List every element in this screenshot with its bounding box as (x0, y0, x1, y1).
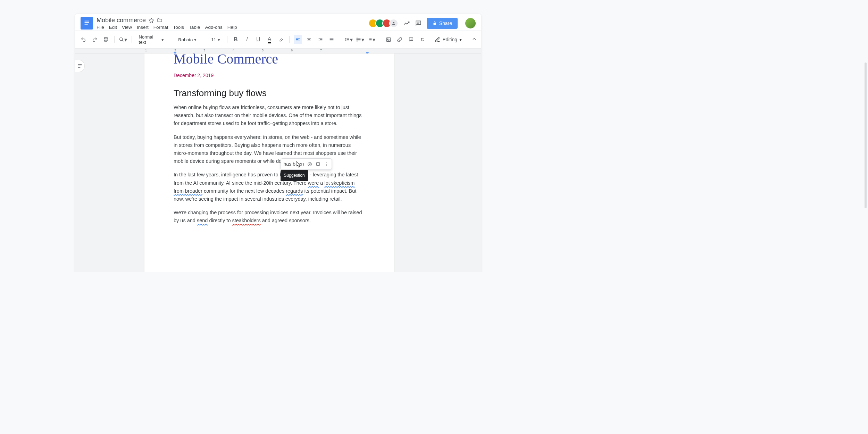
suggestion-popup: has be̤en (281, 158, 332, 169)
align-justify-button[interactable] (327, 35, 336, 44)
grammar-underline[interactable]: send (197, 218, 208, 223)
underline-button[interactable]: U (254, 35, 262, 44)
svg-rect-7 (433, 23, 436, 25)
svg-rect-1 (85, 22, 89, 23)
menu-help[interactable]: Help (227, 25, 237, 30)
svg-rect-38 (386, 38, 391, 42)
text-color-button[interactable]: A (265, 35, 274, 44)
svg-point-30 (357, 39, 357, 40)
formatting-toolbar: ▾ Normal text▾ Roboto▾ 11▾ B I U A ▾ ▾ ▾… (75, 31, 481, 49)
svg-rect-0 (85, 21, 89, 22)
bullet-list-button[interactable]: ▾ (356, 35, 364, 44)
svg-point-52 (326, 164, 327, 165)
menu-view[interactable]: View (122, 25, 132, 30)
document-area: Mobile Commerce December 2, 2019 Transfo… (75, 53, 481, 272)
redo-button[interactable] (90, 35, 99, 44)
menu-insert[interactable]: Insert (137, 25, 149, 30)
insert-image-button[interactable] (384, 35, 392, 44)
add-comment-button[interactable] (407, 35, 415, 44)
font-family-select[interactable]: Roboto▾ (175, 36, 200, 44)
menu-format[interactable]: Format (153, 25, 168, 30)
grammar-underline[interactable]: lot skepticism (324, 180, 354, 186)
svg-rect-2 (85, 24, 88, 25)
spelling-underline[interactable]: steakholders (232, 218, 260, 223)
clear-formatting-button[interactable] (418, 35, 426, 44)
dismiss-suggestion-icon[interactable] (307, 162, 312, 167)
menu-edit[interactable]: Edit (109, 25, 117, 30)
document-title[interactable]: Mobile commerce (97, 17, 146, 24)
collaborator-avatars[interactable] (370, 19, 398, 28)
grammar-underline[interactable]: from broader (174, 188, 202, 194)
svg-point-53 (326, 165, 327, 166)
svg-point-29 (357, 38, 357, 39)
svg-point-4 (393, 22, 394, 23)
title-bar: Mobile commerce File Edit View Insert Fo… (75, 14, 481, 31)
highlight-color-button[interactable] (276, 35, 285, 44)
open-comments-icon[interactable] (415, 20, 422, 27)
feedback-icon[interactable] (316, 162, 320, 167)
share-button[interactable]: Share (427, 18, 458, 29)
svg-point-31 (357, 41, 357, 41)
svg-point-11 (120, 38, 123, 41)
svg-marker-3 (149, 18, 153, 23)
activity-icon[interactable] (403, 20, 410, 27)
menu-table[interactable]: Table (189, 25, 200, 30)
bold-button[interactable]: B (232, 35, 240, 44)
numbered-list-button[interactable]: ▾ (367, 35, 375, 44)
menu-file[interactable]: File (97, 25, 104, 30)
paragraph-3: In the last few years, intelligence has … (174, 171, 365, 203)
print-button[interactable] (102, 35, 110, 44)
align-center-button[interactable] (305, 35, 313, 44)
docs-icon[interactable] (81, 17, 93, 30)
outline-toggle[interactable] (75, 60, 85, 72)
paragraph-2: But today, buying happens everywhere: in… (174, 133, 365, 166)
more-options-icon[interactable] (324, 162, 329, 167)
account-avatar[interactable] (465, 18, 476, 28)
svg-point-51 (326, 162, 327, 163)
collapse-toolbar-button[interactable] (471, 36, 477, 43)
undo-button[interactable] (79, 35, 87, 44)
zoom-button[interactable]: ▾ (119, 35, 127, 44)
mouse-cursor-icon (296, 161, 301, 168)
align-right-button[interactable] (316, 35, 325, 44)
svg-line-12 (122, 40, 123, 41)
app-window: Mobile commerce File Edit View Insert Fo… (75, 14, 481, 272)
suggestion-tooltip: Suggestion (281, 170, 308, 181)
grammar-underline[interactable]: regards (286, 188, 303, 194)
doc-date: December 2, 2019 (174, 73, 365, 78)
line-spacing-button[interactable]: ▾ (344, 35, 353, 44)
paragraph-style-select[interactable]: Normal text▾ (136, 33, 167, 46)
share-label: Share (439, 20, 452, 26)
menu-tools[interactable]: Tools (173, 25, 184, 30)
star-icon[interactable] (149, 18, 154, 23)
move-to-folder-icon[interactable] (157, 18, 162, 23)
grammar-underline[interactable]: were (308, 180, 319, 186)
menu-addons[interactable]: Add-ons (205, 25, 222, 30)
svg-point-50 (318, 165, 318, 165)
editing-mode-select[interactable]: Editing▾ (432, 35, 465, 44)
menu-bar: File Edit View Insert Format Tools Table… (97, 25, 237, 30)
paragraph-4: We're changing the process for processin… (174, 209, 365, 225)
doc-heading-2: Transforming buy flows (174, 88, 365, 99)
italic-button[interactable]: I (243, 35, 251, 44)
document-page[interactable]: Mobile Commerce December 2, 2019 Transfo… (144, 53, 394, 272)
font-size-select[interactable]: 11▾ (208, 36, 223, 44)
paragraph-1: When online buying flows are frictionles… (174, 103, 365, 128)
doc-title-heading: Mobile Commerce (174, 51, 365, 67)
align-left-button[interactable] (294, 35, 302, 44)
insert-link-button[interactable] (395, 35, 404, 44)
